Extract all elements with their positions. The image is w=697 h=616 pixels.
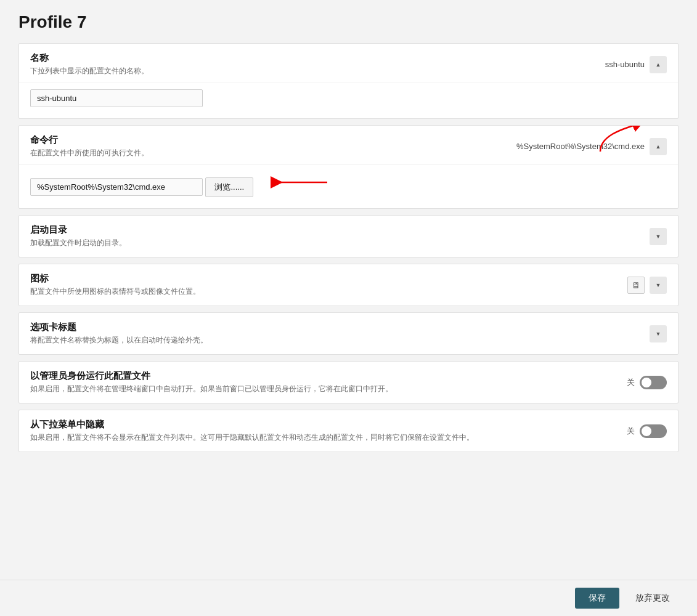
icon-description: 配置文件中所使用图标的表情符号或图像文件位置。 bbox=[30, 286, 200, 297]
command-collapse-button[interactable] bbox=[650, 138, 667, 155]
command-section-body: 浏览...... bbox=[19, 164, 678, 208]
name-collapse-button[interactable] bbox=[650, 56, 667, 73]
startup-dir-section: 启动目录 加载配置文件时启动的目录。 bbox=[18, 215, 679, 257]
tab-title-label: 选项卡标题 bbox=[30, 322, 208, 333]
hide-from-menu-header: 从下拉菜单中隐藏 如果启用，配置文件将不会显示在配置文件列表中。这可用于隐藏默认… bbox=[19, 410, 678, 449]
hide-from-menu-description: 如果启用，配置文件将不会显示在配置文件列表中。这可用于隐藏默认配置文件和动态生成… bbox=[30, 432, 474, 443]
icon-preview: 🖥 bbox=[627, 277, 645, 294]
icon-label: 图标 bbox=[30, 273, 200, 285]
command-section: 命令行 在配置文件中所使用的可执行文件。 %SystemRoot%\System… bbox=[18, 125, 679, 209]
startup-dir-label: 启动目录 bbox=[30, 224, 126, 236]
discard-button[interactable]: 放弃更改 bbox=[627, 588, 679, 609]
icon-section: 图标 配置文件中所使用图标的表情符号或图像文件位置。 🖥 bbox=[18, 264, 679, 306]
name-section-header: 名称 下拉列表中显示的配置文件的名称。 ssh-ubuntu bbox=[19, 44, 678, 83]
run-as-admin-section: 以管理员身份运行此配置文件 如果启用，配置文件将在管理终端窗口中自动打开。如果当… bbox=[18, 361, 679, 403]
command-current-value: %SystemRoot%\System32\cmd.exe bbox=[516, 142, 645, 151]
page-title: Profile 7 bbox=[18, 12, 679, 32]
run-as-admin-label: 以管理员身份运行此配置文件 bbox=[30, 370, 393, 382]
run-as-admin-header: 以管理员身份运行此配置文件 如果启用，配置文件将在管理终端窗口中自动打开。如果当… bbox=[19, 362, 678, 400]
arrow-annotation-browse bbox=[272, 176, 333, 188]
name-section-body bbox=[19, 83, 678, 118]
name-section: 名称 下拉列表中显示的配置文件的名称。 ssh-ubuntu bbox=[18, 43, 679, 119]
run-as-admin-toggle-label: 关 bbox=[627, 377, 635, 388]
name-label: 名称 bbox=[30, 52, 149, 64]
run-as-admin-toggle[interactable] bbox=[640, 376, 667, 389]
name-current-value: ssh-ubuntu bbox=[605, 60, 645, 69]
command-input[interactable] bbox=[30, 178, 203, 196]
main-container: Profile 7 名称 下拉列表中显示的配置文件的名称。 ssh-ubuntu… bbox=[0, 0, 697, 616]
name-input[interactable] bbox=[30, 89, 203, 107]
save-button[interactable]: 保存 bbox=[575, 588, 619, 609]
command-section-header: 命令行 在配置文件中所使用的可执行文件。 %SystemRoot%\System… bbox=[19, 126, 678, 164]
run-as-admin-description: 如果启用，配置文件将在管理终端窗口中自动打开。如果当前窗口已以管理员身份运行，它… bbox=[30, 384, 393, 394]
hide-from-menu-toggle-label: 关 bbox=[627, 426, 635, 437]
footer-bar: 保存 放弃更改 bbox=[0, 580, 697, 616]
icon-section-header: 图标 配置文件中所使用图标的表情符号或图像文件位置。 🖥 bbox=[19, 264, 678, 303]
startup-dir-expand-button[interactable] bbox=[650, 228, 667, 245]
hide-from-menu-toggle[interactable] bbox=[640, 424, 667, 438]
tab-title-section: 选项卡标题 将配置文件名称替换为标题，以在启动时传递给外壳。 bbox=[18, 312, 679, 355]
run-as-admin-slider bbox=[640, 376, 667, 389]
icon-expand-button[interactable] bbox=[650, 277, 667, 294]
startup-dir-header: 启动目录 加载配置文件时启动的目录。 bbox=[19, 216, 678, 254]
hide-from-menu-label: 从下拉菜单中隐藏 bbox=[30, 419, 474, 431]
tab-title-expand-button[interactable] bbox=[650, 325, 667, 342]
browse-button[interactable]: 浏览...... bbox=[205, 177, 253, 197]
tab-title-description: 将配置文件名称替换为标题，以在启动时传递给外壳。 bbox=[30, 335, 208, 346]
hide-from-menu-slider bbox=[640, 424, 667, 438]
startup-dir-description: 加载配置文件时启动的目录。 bbox=[30, 238, 126, 248]
hide-from-menu-section: 从下拉菜单中隐藏 如果启用，配置文件将不会显示在配置文件列表中。这可用于隐藏默认… bbox=[18, 410, 679, 452]
command-description: 在配置文件中所使用的可执行文件。 bbox=[30, 148, 149, 158]
tab-title-header: 选项卡标题 将配置文件名称替换为标题，以在启动时传递给外壳。 bbox=[19, 313, 678, 352]
command-label: 命令行 bbox=[30, 134, 149, 146]
name-description: 下拉列表中显示的配置文件的名称。 bbox=[30, 66, 149, 76]
